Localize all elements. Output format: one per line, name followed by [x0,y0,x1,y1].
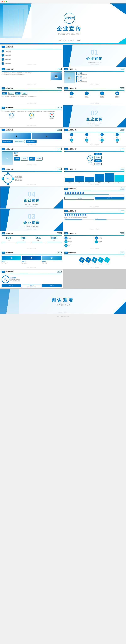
icon5: ⑤ [70,138,73,142]
slide10-icon1: ① 图标 [64,133,79,138]
chart-icon: 📊 [116,92,118,94]
kw1: 关键字 [14,157,20,160]
slide13-title: 企业宣传介绍 [6,168,13,170]
kw4: 关键字 [36,157,43,160]
slide20-title: 企业宣传介绍 [68,232,76,234]
cover-author: 周周人 · 小元 [59,40,66,42]
slide7-item3: 🚩 说明文字 [42,113,62,119]
slide1-item1: 01 企业宣传介绍 [2,50,62,52]
num5-label: 说明文字 [68,245,72,246]
pct4-label: 标题 [51,240,57,241]
icon8-label: 图标 [116,142,118,143]
kw3: 关键字 [29,157,35,160]
num4-label: 说明文字 [98,241,102,242]
slide18-progress-bars: 标题文字 标题文字 [64,218,124,220]
cycle-center-text: 核心 [7,178,9,180]
slide21-title: 企业宣传介绍 [6,252,13,254]
icon2-circle: ✉ [85,92,89,95]
icon-item4: 📊 标题文字 说明文字 [110,92,124,98]
cycle-label1: 01 说明文字内容 [15,176,62,177]
slide20-numbered: 01 说明文字 02 说明文字 03 说明文字 04 说明文字 05 说明文字 [64,236,124,247]
slide13-watermark: 图品汇素材 · 每日更新 [27,184,36,185]
p3-bar [32,242,46,242]
person8: 👤 [82,192,84,194]
slide21-logo: LOGO [57,252,62,253]
slide4-building-image: 🏢 [64,72,75,83]
slide12-bar [64,151,124,152]
bar4 [95,174,104,182]
slide12-watermark: 图品汇素材 · 每日更新 [90,164,99,166]
icon6-label: 图标 [86,142,88,143]
pi1: 👤 [64,214,66,216]
person1: 👤 [64,192,67,194]
slide18-header: >> 企业宣传介绍 LOGO [64,210,124,212]
num2-label: 说明文字 [98,238,102,239]
icon-item3: 🌐 标题文字 说明文字 [95,92,109,98]
card3: 🖼 标题文字 内容说明文字 [42,256,62,264]
hex2-label: 项目说明 [85,264,91,264]
slide14-header: >> 企业宣传介绍 LOGO [64,168,124,170]
slide4-item1-text: 主题文字添加此处内容 [77,74,124,75]
icon3-circle: 🌐 [100,92,104,95]
slide4-item3-text: 主题文字添加此处内容 [77,81,124,82]
star-icon: ⭐ [30,113,34,117]
slide13-diagram: 核心 01 03 04 02 01 说明文字内容 02 说明文字内容 03 说明… [2,172,62,185]
slide-icons: >> 企业宣传介绍 LOGO ⚙ 标题文字 说明文字 ✉ 标题文字 说明文字 🌐… [63,86,126,105]
slide7-item1: 🕐 说明文字 [2,113,21,119]
icon4-label: 图标 [116,137,118,138]
cover-slide: 企业宣传 企业宣传 南京风城股份公司方格业务合作项目展示 周周人 · 小元 20… [0,4,126,44]
cover-building-area [0,4,32,38]
slide10-icon6: ⑥ 图标 [80,138,94,144]
maximize-dot[interactable] [6,1,7,2]
prog-b-bar [95,220,124,220]
slide4-title: 企业宣传介绍 [68,68,76,70]
card1-img: 🖼 [2,256,21,260]
slide11-bar [2,151,62,152]
slide6-logo: LOGO [120,88,124,89]
person2: 👤 [67,192,69,194]
slide4-item3: 项目说明 主题文字添加此处内容 [76,80,124,82]
slide4-content: 🏢 项目说明 主题文字添加此处内容 项目说明 主题文字添加此处内容 项目说明 主… [64,72,124,83]
slide18-title: 企业宣传介绍 [68,210,76,212]
slide1-item3: 03 企业宣传介绍 [2,58,62,61]
slide-tools: >> 企业宣传介绍 LOGO 🔧 核心内容 说明文字 说明文字 说明文字 说明文… [63,147,126,167]
wrench-icon: 🔧 [87,156,93,161]
icon8: ⑧ [116,138,119,142]
sec02-right-corner [116,118,126,127]
item3-number: 03 [2,58,4,61]
person5: 👤 [74,192,77,194]
pi7: 👤 [78,214,80,216]
card2-text: 内容说明文字 [22,262,41,264]
sec01-title: 企业宣传 [86,56,103,61]
hex3-icon: 📊 [93,259,95,261]
minimize-dot[interactable] [4,1,5,2]
hex1: 📁 项目说明 [79,256,85,264]
bar5 [104,173,114,182]
cycle-main-circle: 核心 [3,174,13,183]
card1-title: 标题文字 [2,261,21,262]
slide4-item3-label: 项目说明 [77,80,124,81]
slide19-logo: LOGO [57,232,62,234]
slide9-tag1: 标题文字添加此处 [2,140,13,143]
close-dot[interactable] [2,1,3,2]
num-item1: 01 说明文字 [64,236,94,240]
slide7-bar [2,110,62,110]
slide7-header: >> 企业宣传介绍 LOGO [2,106,62,109]
slide3-text-area: 主题文字添加此处,主题文字添加此处,主题文字添加此处,主题文字添加此处 主题文字… [2,72,50,76]
slide22-bar [64,254,124,255]
mail-icon: ✉ [86,92,87,94]
slide1-watermark: 图品汇素材 · 每日更新 [27,64,36,66]
slide21-header: >> 企业宣传介绍 LOGO [2,252,62,254]
slide3-body: 主题文字添加此处,主题文字添加此处,主题文字添加此处,主题文字添加此处 [2,72,50,74]
orbit4: 04 [2,178,4,180]
prog-a-label: 标题文字 [64,218,94,219]
sec04-number: 04 [24,190,40,198]
cover-title: 企业宣传 [57,25,82,32]
slide21-bar [2,254,62,255]
slide-photo-tags: >> 企业宣传介绍 LOGO 📱 📷 标题文字添加此处 标题文字添加此处 标题文… [0,128,63,146]
slide3-bar [2,71,62,72]
slide10-icon4: ④ 图标 [110,133,124,138]
hex2-shape: 💡 [85,257,91,263]
bar-label4: 项目四 [95,182,104,183]
slide10-icon2: ② 图标 [80,133,94,138]
